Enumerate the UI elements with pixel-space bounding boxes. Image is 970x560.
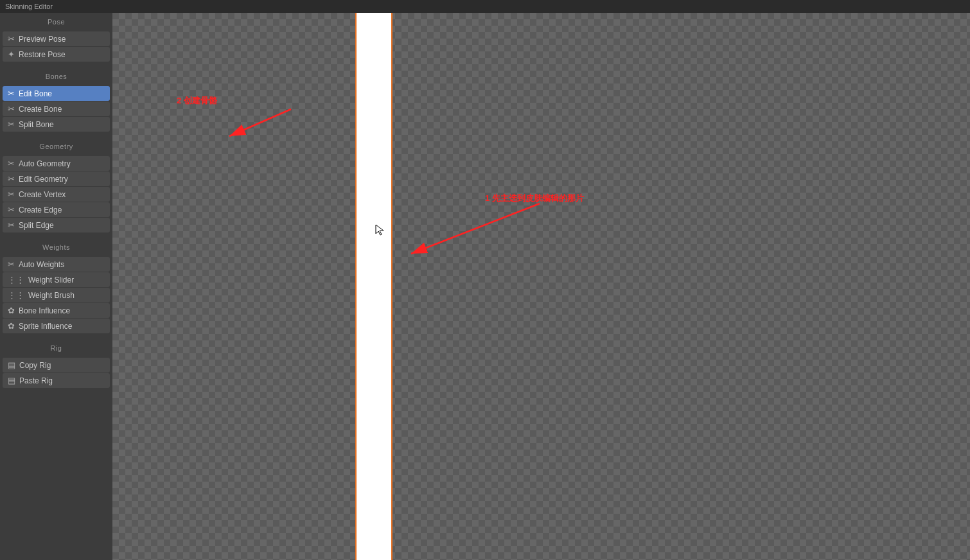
main-area: Pose ✂ Preview Pose ✦ Restore Pose Bones…	[0, 13, 970, 560]
auto-geometry-button[interactable]: ✂ Auto Geometry	[3, 156, 110, 171]
create-vertex-button[interactable]: ✂ Create Vertex	[3, 187, 110, 202]
sprite-influence-icon: ✿	[8, 321, 15, 331]
edit-geometry-icon: ✂	[8, 174, 15, 184]
rig-section-header: Rig	[0, 342, 112, 353]
restore-pose-icon: ✦	[8, 49, 15, 59]
preview-pose-icon: ✂	[8, 34, 15, 44]
weight-slider-button[interactable]: ⋮⋮ Weight Slider	[3, 272, 110, 287]
restore-pose-button[interactable]: ✦ Restore Pose	[3, 47, 110, 62]
weight-brush-icon: ⋮⋮	[8, 290, 24, 300]
bones-section-header: Bones	[0, 70, 112, 82]
auto-weights-button[interactable]: ✂ Auto Weights	[3, 257, 110, 272]
edit-bone-button[interactable]: ✂ Edit Bone	[3, 86, 110, 101]
sprite-influence-button[interactable]: ✿ Sprite Influence	[3, 319, 110, 333]
top-bar: Skinning Editor	[0, 0, 970, 13]
split-edge-icon: ✂	[8, 220, 15, 230]
document-strip	[355, 13, 392, 560]
pose-section-header: Pose	[0, 15, 112, 27]
copy-rig-button[interactable]: ▤ Copy Rig	[3, 358, 110, 372]
top-bar-title: Skinning Editor	[5, 3, 53, 10]
edit-geometry-button[interactable]: ✂ Edit Geometry	[3, 171, 110, 186]
preview-pose-button[interactable]: ✂ Preview Pose	[3, 31, 110, 46]
auto-weights-icon: ✂	[8, 259, 15, 269]
checker-background	[112, 13, 970, 560]
create-bone-icon: ✂	[8, 104, 15, 114]
weights-section-header: Weights	[0, 241, 112, 252]
create-vertex-icon: ✂	[8, 189, 15, 199]
bone-influence-icon: ✿	[8, 306, 15, 315]
weight-slider-icon: ⋮⋮	[8, 275, 24, 284]
copy-rig-icon: ▤	[8, 360, 15, 370]
geometry-section-header: Geometry	[0, 140, 112, 152]
create-edge-icon: ✂	[8, 205, 15, 214]
weight-brush-button[interactable]: ⋮⋮ Weight Brush	[3, 288, 110, 302]
paste-rig-icon: ▤	[8, 376, 15, 385]
split-edge-button[interactable]: ✂ Split Edge	[3, 218, 110, 232]
split-bone-icon: ✂	[8, 119, 15, 129]
edit-bone-icon: ✂	[8, 89, 15, 98]
canvas-area[interactable]: 1 先主选到皮肤编辑的那片 2 创建骨骼	[112, 13, 970, 560]
paste-rig-button[interactable]: ▤ Paste Rig	[3, 373, 110, 388]
split-bone-button[interactable]: ✂ Split Bone	[3, 117, 110, 132]
create-bone-button[interactable]: ✂ Create Bone	[3, 101, 110, 116]
left-panel: Pose ✂ Preview Pose ✦ Restore Pose Bones…	[0, 13, 112, 560]
bone-influence-button[interactable]: ✿ Bone Influence	[3, 303, 110, 318]
create-edge-button[interactable]: ✂ Create Edge	[3, 202, 110, 217]
auto-geometry-icon: ✂	[8, 159, 15, 168]
